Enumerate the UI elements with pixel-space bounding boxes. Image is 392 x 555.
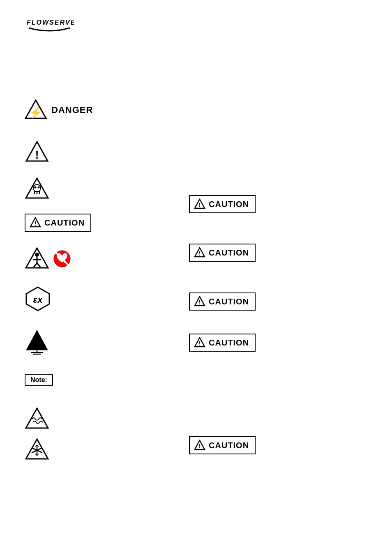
danger-label: DANGER xyxy=(51,105,93,115)
caution-box-right-5: ! CAUTION xyxy=(189,436,256,454)
svg-point-7 xyxy=(35,187,37,189)
svg-marker-33 xyxy=(26,408,48,428)
svg-point-8 xyxy=(38,187,40,189)
svg-marker-27 xyxy=(26,330,48,350)
ground-triangle-icon xyxy=(25,329,49,355)
svg-text:εx: εx xyxy=(33,295,43,305)
caution-box-left-1: ! CAUTION xyxy=(25,214,91,232)
person-restriction-icon-block xyxy=(25,246,71,271)
ground-icon-block xyxy=(25,329,49,355)
note-label: Note: xyxy=(30,376,47,384)
svg-marker-5 xyxy=(26,178,48,198)
danger-icon-block: ⚡ DANGER xyxy=(25,99,93,121)
warning-triangle-icon-block: ! xyxy=(25,140,49,164)
skull-triangle-icon-block xyxy=(25,177,49,201)
caution-label-right-2: CAUTION xyxy=(209,248,249,258)
svg-point-12 xyxy=(35,253,39,257)
person-triangle-icon xyxy=(25,246,49,271)
svg-text:!: ! xyxy=(35,149,39,161)
svg-text:!: ! xyxy=(199,299,201,306)
caution-triangle-small-icon: ! xyxy=(30,217,41,228)
caution-box-right-2: ! CAUTION xyxy=(189,244,256,262)
caution-label-right-3: CAUTION xyxy=(209,297,249,306)
caution-label-left-1: CAUTION xyxy=(44,218,85,228)
svg-text:!: ! xyxy=(199,250,201,257)
svg-text:!: ! xyxy=(199,340,201,347)
svg-text:!: ! xyxy=(35,220,37,227)
note-box: Note: xyxy=(25,374,53,386)
skull-triangle-icon xyxy=(25,177,49,201)
hot-surface-icon-block xyxy=(25,407,49,431)
caution-box-right-3: ! CAUTION xyxy=(189,292,256,311)
no-heart-icon xyxy=(53,249,71,268)
caution-box-right-4: ! CAUTION xyxy=(189,334,256,352)
svg-text:!: ! xyxy=(199,202,201,208)
caution-tri-r2-icon: ! xyxy=(194,247,205,258)
note-box-block: Note: xyxy=(25,374,53,386)
caution-box-right-1: ! CAUTION xyxy=(189,195,256,213)
caution-label-right-4: CAUTION xyxy=(209,338,249,348)
svg-text:FLOWSERVE: FLOWSERVE xyxy=(27,19,74,26)
logo: FLOWSERVE xyxy=(25,12,74,35)
caution-tri-r1-icon: ! xyxy=(194,198,205,210)
hot-surface-triangle-icon xyxy=(25,407,49,431)
cold-surface-icon-block xyxy=(25,438,49,462)
ex-icon-block: εx xyxy=(25,286,51,312)
caution-tri-r5-icon: ! xyxy=(194,440,205,451)
warning-triangle-icon: ! xyxy=(25,140,49,164)
caution-tri-r4-icon: ! xyxy=(194,337,205,348)
svg-text:⚡: ⚡ xyxy=(29,106,43,119)
ex-triangle-icon: εx xyxy=(25,286,51,312)
danger-triangle-icon: ⚡ xyxy=(25,99,47,121)
caution-tri-r3-icon: ! xyxy=(194,296,205,307)
caution-label-right-1: CAUTION xyxy=(209,200,249,209)
caution-label-right-5: CAUTION xyxy=(209,441,249,450)
svg-text:!: ! xyxy=(199,443,201,449)
cold-surface-triangle-icon xyxy=(25,438,49,462)
